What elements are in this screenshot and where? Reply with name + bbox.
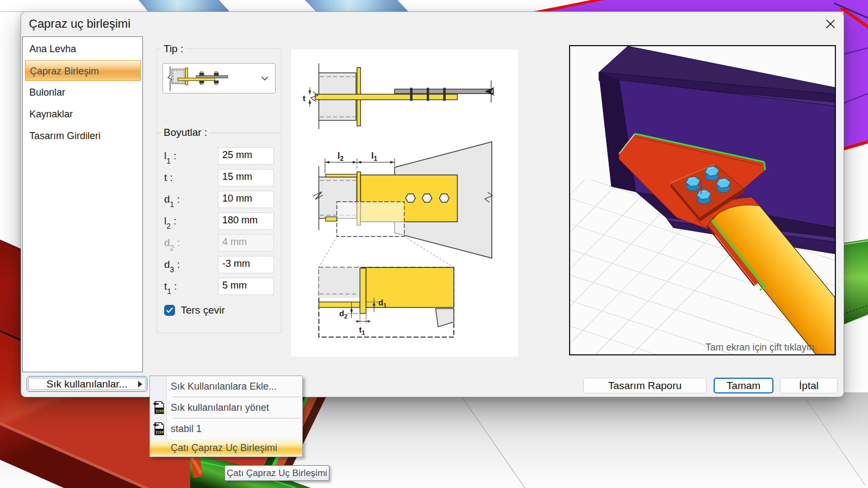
dim-label: l1 :	[164, 150, 177, 164]
list-item-ana-levha[interactable]: Ana Levha	[23, 38, 142, 60]
list-item-label: Çapraz Birleşim	[30, 66, 99, 77]
menu-item-label: Sık kullanılanları yönet	[171, 402, 269, 414]
preview-3d-panel[interactable]: Tam ekran için çift tıklayın.	[569, 45, 836, 355]
invert-checkbox-label: Ters çevir	[180, 304, 224, 316]
dim-row-t: t :	[157, 169, 281, 186]
technical-drawing-panel: t	[291, 49, 518, 356]
svg-text:t1: t1	[359, 325, 365, 336]
green-beam-right	[844, 239, 868, 324]
svg-text:d2: d2	[339, 309, 347, 320]
steel-brace-top-2	[305, 0, 408, 11]
svg-text:DXF: DXF	[156, 409, 165, 414]
connection-diagram: t	[291, 49, 518, 356]
favorites-popup-menu: Sık Kullanılanlara Ekle... DXF Sık kulla…	[149, 376, 303, 457]
list-item-label: Tasarım Girdileri	[29, 130, 101, 141]
menu-item-stabil-1[interactable]: DXF stabil 1	[150, 418, 302, 439]
dxf-file-icon: DXF	[152, 401, 165, 414]
design-report-button[interactable]: Tasarım Raporu	[583, 378, 707, 393]
d1-input[interactable]	[218, 191, 274, 208]
menu-item-label: Sık Kullanılanlara Ekle...	[171, 381, 277, 392]
list-item-label: Ana Levha	[29, 43, 76, 54]
close-icon[interactable]	[826, 19, 835, 29]
dialog-title: Çapraz uç birleşimi	[29, 17, 130, 31]
menu-item-add-to-favorites[interactable]: Sık Kullanılanlara Ekle...	[150, 376, 302, 397]
dim-row-l2: l2 :	[157, 212, 281, 230]
invert-checkbox-row: Ters çevir	[164, 304, 225, 316]
dim-label: l2 :	[164, 215, 177, 229]
svg-text:DXF: DXF	[156, 430, 165, 435]
list-item-label: Bulonlar	[29, 87, 65, 98]
steel-brace-top-1	[139, 0, 229, 11]
preview-caption: Tam ekran için çift tıklayın.	[705, 342, 817, 353]
l2-input[interactable]	[218, 212, 274, 230]
dialog-title-bar[interactable]: Çapraz uç birleşimi	[21, 12, 844, 36]
connection-type-combobox[interactable]	[163, 63, 276, 93]
svg-text:l2: l2	[338, 151, 344, 162]
dimensions-group-label: Boyutlar :	[161, 127, 210, 139]
dim-row-d3: d3 :	[157, 256, 281, 273]
list-item-capraz-birlesim[interactable]: Çapraz Birleşim	[25, 60, 141, 81]
tooltip: Çatı Çapraz Uç Birleşimi	[224, 465, 329, 481]
tooltip-text: Çatı Çapraz Uç Birleşimi	[227, 468, 327, 478]
dim-row-d1: d1 :	[157, 191, 281, 208]
screen: Çapraz uç birleşimi Ana Levha Çapraz Bir…	[0, 0, 868, 488]
connection-type-thumbnail	[165, 64, 233, 93]
list-item-bulonlar[interactable]: Bulonlar	[23, 82, 142, 103]
invert-checkbox[interactable]	[164, 305, 175, 316]
l1-input[interactable]	[218, 147, 274, 165]
dialog-brace-end-connection: Çapraz uç birleşimi Ana Levha Çapraz Bir…	[21, 11, 844, 397]
list-item-tasarim-girdileri[interactable]: Tasarım Girdileri	[23, 125, 142, 147]
dim-row-t1: t1 :	[157, 278, 281, 295]
preview-3d-rendering: Tam ekran için çift tıklayın.	[570, 46, 835, 354]
list-item-kaynaklar[interactable]: Kaynaklar	[23, 103, 142, 125]
category-list: Ana Levha Çapraz Birleşim Bulonlar Kayna…	[22, 36, 143, 372]
dim-label: d3 :	[164, 259, 180, 272]
ok-button[interactable]: Tamam	[714, 378, 773, 393]
d2-input	[218, 234, 274, 252]
dimensions-groupbox: Boyutlar : l1 : t : d1 : l2 : d2 : d3 : …	[157, 132, 282, 333]
t1-input[interactable]	[218, 278, 274, 295]
tip-groupbox: Tip :	[157, 48, 282, 134]
menu-item-label: stabil 1	[171, 423, 202, 435]
list-item-label: Kaynaklar	[29, 109, 73, 120]
dim-row-d2: d2 :	[157, 234, 281, 252]
favorites-button[interactable]: Sık kullanılanlar...	[27, 376, 147, 392]
dim-label: t :	[164, 172, 173, 185]
menu-item-manage-favorites[interactable]: DXF Sık kullanılanları yönet	[150, 397, 302, 418]
menu-item-label: Çatı Çapraz Uç Birleşimi	[171, 442, 277, 454]
dim-label: t1 :	[164, 280, 177, 294]
chevron-down-icon	[261, 76, 268, 81]
submenu-arrow-icon	[138, 381, 142, 387]
dim-label: d2 :	[164, 237, 180, 251]
dim-label: d1 :	[164, 193, 180, 207]
favorites-button-label: Sık kullanılanlar...	[47, 378, 128, 390]
tip-group-label: Tip :	[161, 43, 186, 55]
dxf-file-icon: DXF	[152, 422, 165, 435]
dim-row-l1: l1 :	[157, 147, 281, 165]
svg-text:l1: l1	[371, 151, 377, 162]
t-input[interactable]	[218, 169, 274, 186]
cancel-button[interactable]: İptal	[780, 378, 838, 393]
svg-text:t: t	[303, 93, 305, 103]
menu-item-cati-capraz-uc-birlesimi[interactable]: Çatı Çapraz Uç Birleşimi	[150, 439, 302, 456]
d3-input[interactable]	[218, 256, 274, 273]
